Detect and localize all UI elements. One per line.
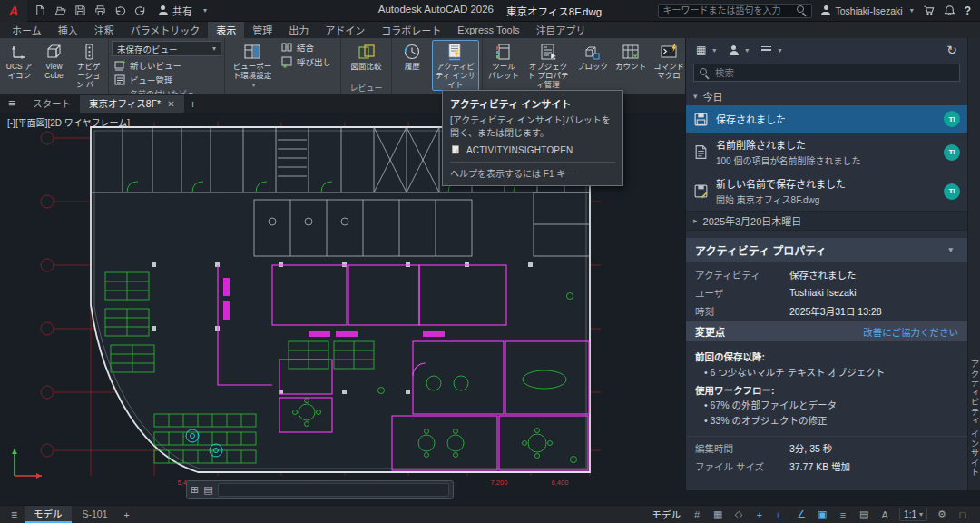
layout-menu-icon[interactable]: ≡ <box>5 508 23 521</box>
ribbon-tab-row: ホーム 挿入 注釈 パラメトリック 表示 管理 出力 アドイン コラボレート E… <box>0 22 980 38</box>
qat-customize-chevron[interactable]: ▾ <box>203 6 207 15</box>
viewport-join-button[interactable]: 結合 <box>279 40 338 54</box>
redo-icon[interactable] <box>134 5 146 16</box>
help-search[interactable] <box>658 4 812 18</box>
view-cube-button[interactable]: View Cube <box>37 40 70 83</box>
layout-tab-model[interactable]: モデル <box>24 506 72 523</box>
grid-icon[interactable]: # <box>691 509 703 520</box>
share-button[interactable]: 共有 <box>158 4 192 18</box>
avatar[interactable]: TI <box>944 144 960 161</box>
tab-collaborate[interactable]: コラボレート <box>373 22 449 38</box>
file-tab-document[interactable]: 東京オフィス8F*✕ <box>80 95 184 113</box>
tab-addins[interactable]: アドイン <box>317 22 373 38</box>
dynamic-input-icon[interactable]: + <box>753 509 766 520</box>
activity-search-input[interactable] <box>715 67 954 78</box>
app-store-cart-icon[interactable] <box>923 5 935 16</box>
layout-tab-s101[interactable]: S-101 <box>74 506 117 523</box>
drawing-history-button[interactable]: 履歴 <box>395 40 430 74</box>
refresh-icon[interactable]: ↻ <box>944 41 960 59</box>
infer-constraints-icon[interactable]: ◇ <box>732 508 745 520</box>
new-file-icon[interactable] <box>34 5 46 16</box>
help-search-input[interactable] <box>663 5 792 15</box>
feedback-link[interactable]: 改善にご協力ください <box>863 325 958 339</box>
tool-palettes-button[interactable]: ツール パレット <box>485 40 522 83</box>
autocad-logo[interactable]: A <box>0 0 27 22</box>
help-icon[interactable]: ? <box>965 5 971 17</box>
viewport-controls-label[interactable]: [-][平面図][2D ワイヤフレーム] <box>7 115 130 129</box>
annotation-scale-button[interactable]: 1:1▾ <box>899 508 927 521</box>
panel-footer-named-views[interactable]: 名前の付いたビュー <box>109 88 224 94</box>
activity-search[interactable] <box>693 64 960 82</box>
save-as-icon <box>693 183 709 199</box>
day-group-header[interactable]: ▸2025年3月20日木曜日 <box>686 211 967 231</box>
annotation-visibility-icon[interactable]: A <box>878 509 891 520</box>
new-drawing-tab-button[interactable]: + <box>184 95 202 113</box>
count-palette-button[interactable]: カウント <box>612 40 649 74</box>
plot-icon[interactable] <box>94 5 106 16</box>
snap-icon[interactable]: ▦ <box>711 508 724 520</box>
command-customize-icon[interactable]: ⊞ <box>191 484 199 496</box>
collapse-chevron-icon[interactable]: ▾ <box>948 245 953 254</box>
user-filter-button[interactable]: ▾ <box>726 44 751 57</box>
command-macros-button[interactable]: コマンド マクロ <box>651 40 687 83</box>
tab-featured-apps[interactable]: 注目アプリ <box>528 22 594 38</box>
tab-insert[interactable]: 挿入 <box>50 22 86 38</box>
logo-letter: A <box>9 4 18 18</box>
file-tab-start[interactable]: スタート <box>24 95 80 113</box>
notifications-bell-icon[interactable] <box>944 5 956 16</box>
open-file-icon[interactable] <box>54 5 66 16</box>
polar-tracking-icon[interactable]: ∠ <box>795 508 808 520</box>
ortho-mode-icon[interactable]: ∟ <box>774 509 787 520</box>
tab-manage[interactable]: 管理 <box>244 22 280 38</box>
panel-footer-review[interactable]: レビュー <box>341 82 391 94</box>
drawing-compare-button[interactable]: 図面比較 <box>348 40 385 74</box>
model-space-button[interactable]: モデル <box>652 508 681 521</box>
titlebar-right: Toshiaki-Isezaki▾ ? <box>658 4 980 18</box>
section-today[interactable]: ▾今日 <box>686 87 967 105</box>
changes-details: 前回の保存以降: 6 つ少ないマルチ テキスト オブジェクト 使用ワークフロー:… <box>686 341 967 432</box>
tooltip-help-hint: ヘルプを表示するには F1 キー <box>450 162 615 182</box>
viewport-config-button[interactable]: ビューポート環境設定 ▾ <box>228 40 277 91</box>
add-layout-button[interactable]: + <box>119 509 135 520</box>
activity-entry-saved[interactable]: 保存されました TI <box>686 105 967 133</box>
ucs-icon-button[interactable]: UCS アイコン <box>3 40 35 83</box>
tab-output[interactable]: 出力 <box>280 22 317 38</box>
clean-screen-icon[interactable]: □ <box>956 509 969 520</box>
activity-entry-saved-as[interactable]: 新しい名前で保存されました 開始 東京オフィス8F.dwg TI <box>686 172 967 211</box>
close-tab-icon[interactable]: ✕ <box>167 95 174 113</box>
avatar[interactable]: TI <box>944 183 960 200</box>
tab-express-tools[interactable]: Express Tools <box>449 22 527 38</box>
view-options-button[interactable]: ▦▾ <box>693 42 719 58</box>
new-view-button[interactable]: 新しいビュー <box>112 58 221 72</box>
titlebar: A 共有 ▾ Autodesk AutoCAD 2026 東京オフィス8F.dw… <box>0 0 980 22</box>
properties-palette-button[interactable]: オブジェクト プロパティ管理 <box>524 40 573 91</box>
command-recent-icon[interactable]: ▤ <box>203 484 212 496</box>
ucs-axes-indicator <box>9 441 49 481</box>
user-name: Toshiaki-Isezaki <box>836 5 903 16</box>
tab-view[interactable]: 表示 <box>208 22 244 38</box>
activity-insight-button[interactable]: アクティビティ インサイト <box>432 40 479 91</box>
workspace-gear-icon[interactable]: ⚙ <box>936 508 948 520</box>
command-input[interactable] <box>218 483 449 497</box>
view-manager-button[interactable]: ビュー管理 <box>112 73 221 86</box>
tab-parametric[interactable]: パラメトリック <box>122 22 209 38</box>
navigation-bar-button[interactable]: ナビゲーション バー <box>73 40 105 91</box>
sort-options-button[interactable]: ▾ <box>759 44 784 56</box>
save-icon[interactable] <box>74 5 86 16</box>
palette-title-strip[interactable]: アクティビティ インサイト <box>967 38 980 490</box>
activity-entry-purged[interactable]: 名前削除されました 100 個の項目が名前削除されました TI <box>686 133 967 172</box>
file-tabs-menu-icon[interactable]: ≡ <box>0 94 24 113</box>
viewport-restore-button[interactable]: 呼び出し <box>279 54 338 68</box>
tab-annotate[interactable]: 注釈 <box>86 22 122 38</box>
command-bar[interactable]: ⊞ ▤ <box>186 480 454 499</box>
avatar[interactable]: TI <box>944 111 960 127</box>
undo-icon[interactable] <box>114 5 126 16</box>
tab-home[interactable]: ホーム <box>4 22 50 38</box>
activity-properties-header[interactable]: アクティビティ プロパティ ▾ <box>686 238 967 262</box>
user-menu[interactable]: Toshiaki-Isezaki▾ <box>821 5 914 16</box>
object-snap-icon[interactable]: ▣ <box>816 508 828 520</box>
view-combo[interactable]: 未保存のビュー▾ <box>112 41 221 56</box>
blocks-palette-button[interactable]: ブロック <box>574 40 611 74</box>
lineweight-icon[interactable]: ≡ <box>837 509 849 520</box>
selection-cycling-icon[interactable]: ▤ <box>858 508 870 520</box>
